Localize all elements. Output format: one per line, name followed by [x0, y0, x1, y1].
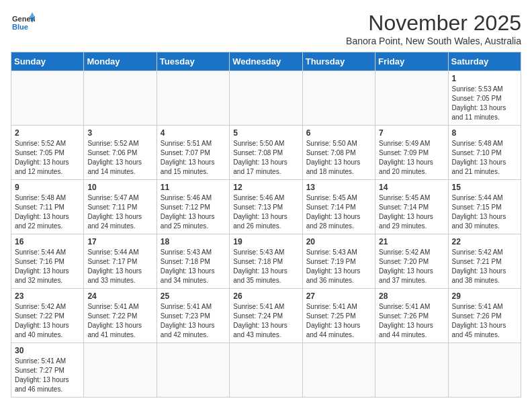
calendar-cell: 28Sunrise: 5:41 AM Sunset: 7:26 PM Dayli…	[375, 289, 448, 343]
calendar-cell: 27Sunrise: 5:41 AM Sunset: 7:25 PM Dayli…	[302, 289, 375, 343]
calendar-cell: 21Sunrise: 5:42 AM Sunset: 7:20 PM Dayli…	[375, 234, 448, 289]
logo-icon: General Blue	[11, 11, 35, 35]
calendar-cell	[84, 71, 157, 126]
day-info: Sunrise: 5:41 AM Sunset: 7:24 PM Dayligh…	[233, 302, 298, 340]
day-info: Sunrise: 5:44 AM Sunset: 7:15 PM Dayligh…	[452, 193, 517, 231]
day-number: 5	[233, 128, 298, 138]
day-info: Sunrise: 5:46 AM Sunset: 7:12 PM Dayligh…	[161, 193, 226, 231]
calendar-cell: 13Sunrise: 5:45 AM Sunset: 7:14 PM Dayli…	[302, 180, 375, 234]
logo: General Blue	[11, 11, 35, 35]
day-number: 22	[452, 237, 517, 246]
day-info: Sunrise: 5:42 AM Sunset: 7:22 PM Dayligh…	[15, 302, 80, 340]
calendar-cell: 18Sunrise: 5:43 AM Sunset: 7:18 PM Dayli…	[157, 234, 229, 289]
day-number: 8	[452, 128, 517, 138]
calendar-cell: 10Sunrise: 5:47 AM Sunset: 7:11 PM Dayli…	[84, 180, 157, 234]
calendar-cell: 7Sunrise: 5:49 AM Sunset: 7:09 PM Daylig…	[375, 126, 448, 180]
day-info: Sunrise: 5:44 AM Sunset: 7:16 PM Dayligh…	[15, 248, 80, 285]
header: General Blue November 2025 Banora Point,…	[11, 11, 521, 46]
calendar-cell: 19Sunrise: 5:43 AM Sunset: 7:18 PM Dayli…	[230, 234, 302, 289]
day-number: 25	[161, 291, 226, 301]
calendar-week-3: 9Sunrise: 5:48 AM Sunset: 7:11 PM Daylig…	[11, 180, 521, 234]
day-number: 9	[15, 183, 80, 192]
calendar-cell: 25Sunrise: 5:41 AM Sunset: 7:23 PM Dayli…	[157, 289, 229, 343]
day-number: 7	[379, 128, 444, 138]
calendar-week-6: 30Sunrise: 5:41 AM Sunset: 7:27 PM Dayli…	[11, 343, 521, 398]
header-saturday: Saturday	[448, 52, 521, 71]
svg-text:Blue: Blue	[12, 23, 28, 31]
header-friday: Friday	[375, 52, 448, 71]
calendar-cell: 4Sunrise: 5:51 AM Sunset: 7:07 PM Daylig…	[157, 126, 229, 180]
day-info: Sunrise: 5:45 AM Sunset: 7:14 PM Dayligh…	[379, 193, 444, 231]
calendar-header-row: Sunday Monday Tuesday Wednesday Thursday…	[11, 52, 521, 71]
calendar-cell	[157, 71, 229, 126]
day-info: Sunrise: 5:41 AM Sunset: 7:25 PM Dayligh…	[306, 302, 371, 340]
day-number: 15	[452, 183, 517, 192]
calendar-week-4: 16Sunrise: 5:44 AM Sunset: 7:16 PM Dayli…	[11, 234, 521, 289]
header-tuesday: Tuesday	[157, 52, 229, 71]
day-info: Sunrise: 5:53 AM Sunset: 7:05 PM Dayligh…	[452, 85, 517, 122]
calendar-cell	[157, 343, 229, 398]
calendar-cell: 23Sunrise: 5:42 AM Sunset: 7:22 PM Dayli…	[11, 289, 84, 343]
day-number: 20	[306, 237, 371, 246]
day-info: Sunrise: 5:50 AM Sunset: 7:08 PM Dayligh…	[233, 139, 298, 177]
calendar-cell	[375, 71, 448, 126]
day-info: Sunrise: 5:41 AM Sunset: 7:27 PM Dayligh…	[15, 357, 80, 394]
calendar-cell: 2Sunrise: 5:52 AM Sunset: 7:05 PM Daylig…	[11, 126, 84, 180]
day-number: 29	[452, 291, 517, 301]
month-title: November 2025	[346, 11, 521, 36]
day-info: Sunrise: 5:52 AM Sunset: 7:06 PM Dayligh…	[87, 139, 152, 177]
day-number: 11	[161, 183, 226, 192]
day-number: 30	[15, 346, 80, 355]
calendar-cell: 3Sunrise: 5:52 AM Sunset: 7:06 PM Daylig…	[84, 126, 157, 180]
day-number: 24	[87, 291, 152, 301]
day-info: Sunrise: 5:48 AM Sunset: 7:11 PM Dayligh…	[15, 193, 80, 231]
calendar-cell	[375, 343, 448, 398]
day-info: Sunrise: 5:43 AM Sunset: 7:18 PM Dayligh…	[233, 248, 298, 285]
day-number: 26	[233, 291, 298, 301]
calendar-cell: 14Sunrise: 5:45 AM Sunset: 7:14 PM Dayli…	[375, 180, 448, 234]
calendar-cell: 16Sunrise: 5:44 AM Sunset: 7:16 PM Dayli…	[11, 234, 84, 289]
day-info: Sunrise: 5:41 AM Sunset: 7:26 PM Dayligh…	[452, 302, 517, 340]
day-info: Sunrise: 5:51 AM Sunset: 7:07 PM Dayligh…	[161, 139, 226, 177]
day-info: Sunrise: 5:52 AM Sunset: 7:05 PM Dayligh…	[15, 139, 80, 177]
day-number: 27	[306, 291, 371, 301]
calendar-cell: 8Sunrise: 5:48 AM Sunset: 7:10 PM Daylig…	[448, 126, 521, 180]
day-info: Sunrise: 5:42 AM Sunset: 7:21 PM Dayligh…	[452, 248, 517, 285]
day-number: 2	[15, 128, 80, 138]
calendar-cell: 30Sunrise: 5:41 AM Sunset: 7:27 PM Dayli…	[11, 343, 84, 398]
calendar-cell	[302, 71, 375, 126]
day-number: 10	[87, 183, 152, 192]
calendar-cell: 24Sunrise: 5:41 AM Sunset: 7:22 PM Dayli…	[84, 289, 157, 343]
day-info: Sunrise: 5:47 AM Sunset: 7:11 PM Dayligh…	[87, 193, 152, 231]
day-number: 3	[87, 128, 152, 138]
day-info: Sunrise: 5:49 AM Sunset: 7:09 PM Dayligh…	[379, 139, 444, 177]
day-number: 21	[379, 237, 444, 246]
location-subtitle: Banora Point, New South Wales, Australia	[346, 36, 521, 46]
calendar-cell	[302, 343, 375, 398]
day-number: 23	[15, 291, 80, 301]
day-info: Sunrise: 5:46 AM Sunset: 7:13 PM Dayligh…	[233, 193, 298, 231]
calendar-cell: 20Sunrise: 5:43 AM Sunset: 7:19 PM Dayli…	[302, 234, 375, 289]
calendar-week-1: 1Sunrise: 5:53 AM Sunset: 7:05 PM Daylig…	[11, 71, 521, 126]
calendar-cell	[230, 71, 302, 126]
day-number: 16	[15, 237, 80, 246]
calendar-cell	[84, 343, 157, 398]
day-info: Sunrise: 5:48 AM Sunset: 7:10 PM Dayligh…	[452, 139, 517, 177]
header-wednesday: Wednesday	[230, 52, 302, 71]
day-number: 19	[233, 237, 298, 246]
day-info: Sunrise: 5:50 AM Sunset: 7:08 PM Dayligh…	[306, 139, 371, 177]
calendar-cell	[230, 343, 302, 398]
day-info: Sunrise: 5:43 AM Sunset: 7:19 PM Dayligh…	[306, 248, 371, 285]
day-number: 6	[306, 128, 371, 138]
calendar-cell: 12Sunrise: 5:46 AM Sunset: 7:13 PM Dayli…	[230, 180, 302, 234]
title-block: November 2025 Banora Point, New South Wa…	[346, 11, 521, 46]
day-info: Sunrise: 5:42 AM Sunset: 7:20 PM Dayligh…	[379, 248, 444, 285]
calendar-week-2: 2Sunrise: 5:52 AM Sunset: 7:05 PM Daylig…	[11, 126, 521, 180]
day-number: 17	[87, 237, 152, 246]
calendar-table: Sunday Monday Tuesday Wednesday Thursday…	[11, 52, 521, 398]
calendar-cell: 6Sunrise: 5:50 AM Sunset: 7:08 PM Daylig…	[302, 126, 375, 180]
day-number: 12	[233, 183, 298, 192]
day-number: 28	[379, 291, 444, 301]
day-number: 13	[306, 183, 371, 192]
day-info: Sunrise: 5:41 AM Sunset: 7:23 PM Dayligh…	[161, 302, 226, 340]
